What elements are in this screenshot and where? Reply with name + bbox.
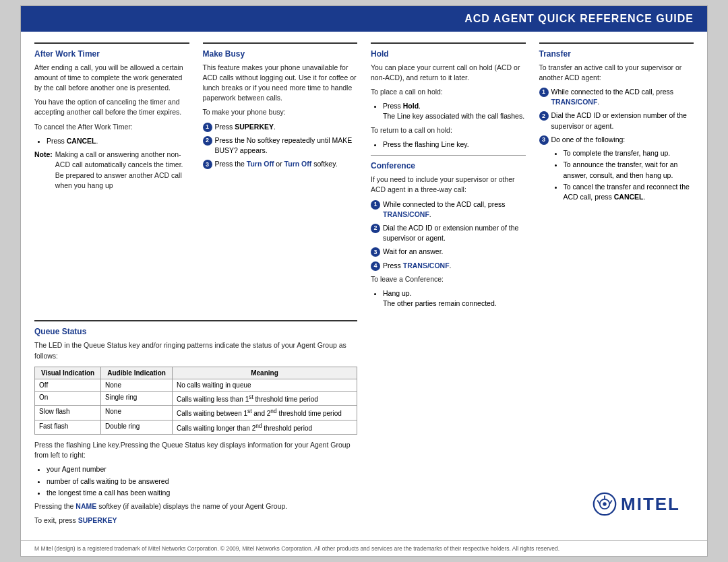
make-busy-p2: To make your phone busy: bbox=[203, 107, 358, 117]
mitel-logo-col: MITEL bbox=[539, 320, 694, 530]
svg-line-2 bbox=[597, 501, 600, 504]
transfer-step2-num: 2 bbox=[539, 111, 549, 121]
step2-num: 2 bbox=[203, 136, 212, 146]
hold-bullet1-sub: The Line key associated with the call fl… bbox=[383, 112, 524, 120]
transfer-options: To complete the transfer, hang up. To an… bbox=[551, 148, 694, 202]
queue-status-col: Queue Status The LED in the Queue Status… bbox=[34, 320, 357, 530]
after-work-p2: You have the option of canceling the tim… bbox=[34, 97, 189, 117]
hold-p3: To return to a call on hold: bbox=[371, 125, 526, 135]
hold-p1: You can place your current call on hold … bbox=[371, 63, 526, 83]
make-busy-col: Make Busy This feature makes your phone … bbox=[203, 42, 358, 313]
conf-step4-text: Press TRANS/CONF. bbox=[383, 261, 452, 271]
transfer-step1-num: 1 bbox=[539, 88, 549, 97]
make-busy-step2: 2 Press the No softkey repeatedly until … bbox=[203, 135, 358, 156]
transfer-title: Transfer bbox=[539, 49, 694, 59]
note-text: Making a call or answering another non-A… bbox=[55, 150, 189, 191]
step1-text: Press SUPERKEY. bbox=[215, 122, 276, 132]
queue-cell-3-2: Calls waiting longer than 2nd threshold … bbox=[172, 420, 357, 434]
hold-col: Hold You can place your current call on … bbox=[371, 42, 526, 313]
after-work-p1: After ending a call, you will be allowed… bbox=[34, 63, 189, 94]
queue-cell-1-2: Calls waiting less than 1st threshold ti… bbox=[172, 391, 357, 405]
page-title: ACD AGENT QUICK REFERENCE GUIDE bbox=[464, 13, 694, 24]
queue-cell-3-1: Double ring bbox=[101, 420, 173, 434]
conf-step2-text: Dial the ACD ID or extension number of t… bbox=[383, 223, 526, 243]
queue-th-meaning: Meaning bbox=[172, 367, 357, 379]
transfer-bullet3: To cancel the transfer and reconnect the… bbox=[564, 182, 694, 202]
conf-step1-text: While connected to the ACD call, press T… bbox=[383, 199, 526, 220]
make-busy-p1: This feature makes your phone unavailabl… bbox=[203, 63, 358, 104]
step1-num: 1 bbox=[203, 123, 212, 132]
after-work-timer-col: After Work Timer After ending a call, yo… bbox=[34, 42, 189, 313]
queue-row: Fast flashDouble ringCalls waiting longe… bbox=[35, 420, 357, 434]
queue-cell-0-1: None bbox=[101, 379, 173, 391]
queue-cell-1-0: On bbox=[35, 391, 101, 405]
conf-step2: 2 Dial the ACD ID or extension number of… bbox=[371, 223, 526, 243]
conf-step3-text: Wait for an answer. bbox=[383, 247, 443, 257]
queue-row: Slow flashNoneCalls waiting between 1st … bbox=[35, 406, 357, 420]
step3-text: Press the Turn Off or Turn Off softkey. bbox=[215, 159, 338, 169]
after-work-p3: To cancel the After Work Timer: bbox=[34, 122, 189, 132]
page: ACD AGENT QUICK REFERENCE GUIDE After Wo… bbox=[20, 5, 708, 557]
after-work-bullets: Press CANCEL. bbox=[34, 136, 189, 146]
transfer-step1-text: While connected to the ACD call, press T… bbox=[551, 87, 694, 107]
queue-bullet2: number of calls waiting to be answered bbox=[47, 476, 357, 487]
conf-leave-bullets: Hang up.The other parties remain connect… bbox=[371, 288, 526, 309]
queue-cell-1-1: Single ring bbox=[101, 391, 173, 405]
hold-title: Hold bbox=[371, 49, 526, 59]
hold-bullet1: Press Hold.The Line key associated with … bbox=[383, 101, 526, 121]
after-work-timer-title: After Work Timer bbox=[34, 49, 189, 59]
conf-p1: If you need to include your supervisor o… bbox=[371, 175, 526, 195]
transfer-step1: 1 While connected to the ACD call, press… bbox=[539, 87, 694, 107]
queue-th-audible: Audible Indication bbox=[101, 367, 173, 379]
conf-p2: To leave a Conference: bbox=[371, 274, 526, 284]
queue-cell-0-2: No calls waiting in queue bbox=[172, 379, 357, 391]
page-footer: M Mitel (design) is a registered tradema… bbox=[21, 540, 707, 556]
bottom-section: Queue Status The LED in the Queue Status… bbox=[34, 320, 694, 530]
transfer-step2: 2 Dial the ACD ID or extension number of… bbox=[539, 111, 694, 131]
after-work-bullet1: Press CANCEL. bbox=[47, 136, 189, 146]
queue-row: OffNoneNo calls waiting in queue bbox=[35, 379, 357, 391]
make-busy-step1: 1 Press SUPERKEY. bbox=[203, 122, 358, 132]
mitel-logo: MITEL bbox=[593, 485, 694, 523]
queue-p4: To exit, press SUPERKEY bbox=[34, 516, 357, 526]
transfer-bullet2: To announce the transfer, wait for an an… bbox=[564, 160, 694, 180]
top-columns: After Work Timer After ending a call, yo… bbox=[34, 42, 694, 313]
queue-p1: The LED in the Queue Status key and/or r… bbox=[34, 340, 357, 361]
cancel-keyword: CANCEL bbox=[67, 137, 96, 145]
note-label: Note: bbox=[34, 150, 53, 195]
queue-bullet3: the longest time a call has been waiting bbox=[47, 488, 357, 498]
hold-bullet2: Press the flashing Line key. bbox=[383, 139, 526, 150]
conf-step4-num: 4 bbox=[371, 261, 380, 271]
footer-text: M Mitel (design) is a registered tradema… bbox=[34, 545, 559, 552]
queue-cell-2-0: Slow flash bbox=[35, 406, 101, 420]
make-busy-title: Make Busy bbox=[203, 49, 358, 59]
svg-point-1 bbox=[603, 503, 606, 506]
queue-bullets: your Agent number number of calls waitin… bbox=[34, 464, 357, 498]
queue-p2: Press the flashing Line key.Pressing the… bbox=[34, 440, 357, 460]
page-header: ACD AGENT QUICK REFERENCE GUIDE bbox=[21, 6, 707, 32]
conf-step1: 1 While connected to the ACD call, press… bbox=[371, 199, 526, 220]
main-content: After Work Timer After ending a call, yo… bbox=[21, 32, 707, 541]
conf-step3-num: 3 bbox=[371, 247, 380, 257]
conf-step1-num: 1 bbox=[371, 200, 380, 210]
spacer-col3 bbox=[371, 320, 526, 530]
step2-text: Press the No softkey repeatedly until MA… bbox=[215, 135, 358, 156]
conf-bullet1: Hang up.The other parties remain connect… bbox=[383, 288, 526, 309]
svg-line-3 bbox=[609, 501, 612, 504]
hold-return-bullets: Press the flashing Line key. bbox=[371, 139, 526, 150]
queue-bullet1: your Agent number bbox=[47, 464, 357, 474]
conf-step3: 3 Wait for an answer. bbox=[371, 247, 526, 257]
step3-num: 3 bbox=[203, 160, 212, 169]
after-work-note: Note: Making a call or answering another… bbox=[34, 150, 189, 195]
queue-cell-3-0: Fast flash bbox=[35, 420, 101, 434]
mitel-icon bbox=[593, 492, 617, 516]
transfer-step3-text: Do one of the following: bbox=[551, 135, 626, 145]
transfer-bullet1: To complete the transfer, hang up. bbox=[564, 148, 694, 158]
queue-cell-2-2: Calls waiting between 1st and 2nd thresh… bbox=[172, 406, 357, 420]
transfer-p1: To transfer an active call to your super… bbox=[539, 63, 694, 83]
queue-th-visual: Visual Indication bbox=[35, 367, 101, 379]
hold-bullets: Press Hold.The Line key associated with … bbox=[371, 101, 526, 121]
conf-title: Conference bbox=[371, 161, 526, 170]
transfer-step3: 3 Do one of the following: bbox=[539, 135, 694, 145]
conf-step4: 4 Press TRANS/CONF. bbox=[371, 261, 526, 271]
